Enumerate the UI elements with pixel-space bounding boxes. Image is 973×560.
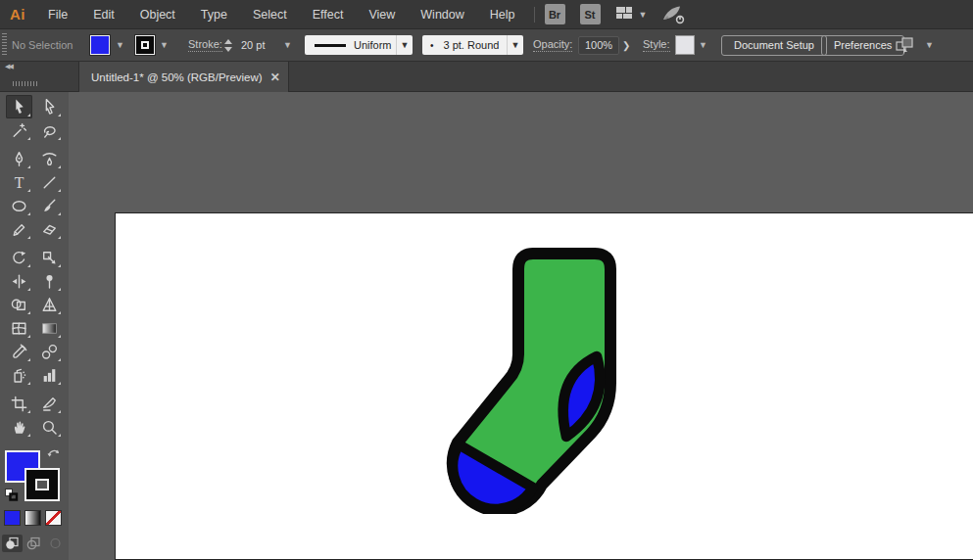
draw-inside-button[interactable]: [45, 535, 66, 552]
width-tool[interactable]: [6, 269, 32, 293]
default-fill-stroke-icon[interactable]: [4, 488, 19, 505]
scale-tool[interactable]: [36, 246, 63, 269]
style-chevron-icon[interactable]: ▼: [699, 29, 707, 61]
artboard[interactable]: [115, 212, 973, 560]
app-logo-icon: Ai: [0, 6, 35, 23]
control-bar: No Selection ▼ ▼ Stroke: 20 pt ▼ Uniform…: [0, 29, 973, 62]
sock-artwork[interactable]: [442, 240, 628, 514]
stroke-indicator[interactable]: [24, 468, 60, 501]
none-button[interactable]: [45, 510, 62, 526]
uniform-profile-icon: [315, 44, 346, 47]
menu-item-file[interactable]: File: [35, 0, 80, 29]
menu-item-select[interactable]: Select: [240, 0, 300, 29]
shape-builder-tool[interactable]: [6, 293, 32, 316]
stock-button[interactable]: St: [580, 4, 601, 24]
blend-tool[interactable]: [36, 340, 63, 363]
workspace-switcher[interactable]: ▼: [615, 5, 648, 23]
menu-separator: [534, 7, 535, 23]
opacity-label[interactable]: Opacity:: [533, 38, 572, 52]
preferences-button[interactable]: Preferences: [821, 35, 904, 56]
rotate-tool[interactable]: [6, 246, 32, 269]
document-tab[interactable]: Untitled-1* @ 50% (RGB/Preview) ✕: [78, 62, 289, 92]
selection-status: No Selection: [12, 29, 73, 61]
pasteboard[interactable]: [69, 92, 973, 560]
hand-tool[interactable]: [6, 415, 32, 439]
stroke-profile-chevron-icon[interactable]: ▼: [396, 35, 413, 55]
brush-dot-icon: •: [430, 40, 434, 51]
draw-behind-button[interactable]: [24, 535, 44, 552]
pen-tool[interactable]: [6, 147, 32, 170]
stroke-swatch-hole: [141, 41, 149, 49]
menu-item-object[interactable]: Object: [127, 0, 188, 29]
menu-item-type[interactable]: Type: [188, 0, 240, 29]
draw-normal-button[interactable]: [2, 535, 23, 552]
style-label[interactable]: Style:: [643, 38, 670, 52]
opacity-input[interactable]: 100%: [578, 36, 619, 55]
column-graph-tool[interactable]: [36, 363, 63, 387]
color-button[interactable]: [4, 510, 21, 526]
perspective-grid-tool[interactable]: [36, 293, 63, 316]
collapse-panels-icon[interactable]: ◀◀: [5, 63, 12, 70]
menu-item-view[interactable]: View: [356, 0, 408, 29]
brush-definition-chevron-icon[interactable]: ▼: [507, 35, 523, 55]
puppet-warp-tool[interactable]: [36, 269, 63, 293]
lasso-tool[interactable]: [36, 118, 63, 142]
document-tab-title: Untitled-1* @ 50% (RGB/Preview): [91, 71, 263, 83]
paintbrush-tool[interactable]: [36, 194, 63, 217]
eraser-tool[interactable]: [36, 217, 63, 241]
menu-item-window[interactable]: Window: [408, 0, 476, 29]
shaper-tool[interactable]: [6, 217, 32, 241]
stroke-weight-label[interactable]: Stroke:: [188, 38, 222, 52]
menu-item-effect[interactable]: Effect: [300, 0, 357, 29]
stroke-weight-value[interactable]: 20 pt: [241, 29, 265, 61]
tools-panel: T: [0, 92, 69, 560]
artboard-tool[interactable]: [6, 392, 32, 415]
stroke-weight-chevron-icon[interactable]: ▼: [283, 29, 292, 61]
tab-close-icon[interactable]: ✕: [263, 70, 280, 84]
swap-fill-stroke-icon[interactable]: [46, 445, 61, 463]
selection-tool[interactable]: [6, 95, 32, 118]
slice-tool[interactable]: [36, 392, 63, 415]
stroke-profile-value: Uniform: [354, 39, 392, 51]
workspace: T: [0, 92, 973, 560]
ellipse-tool[interactable]: [6, 194, 32, 217]
gradient-button[interactable]: [24, 510, 41, 526]
stroke-color-swatch[interactable]: [135, 35, 155, 55]
style-swatch[interactable]: [675, 35, 695, 55]
toolbar-grip[interactable]: [13, 81, 38, 86]
svg-text:T: T: [15, 173, 24, 190]
gpu-performance-icon[interactable]: [660, 4, 686, 25]
fill-color-swatch[interactable]: [90, 35, 110, 55]
brush-definition-dropdown[interactable]: • 3 pt. Round: [422, 35, 507, 55]
fill-chevron-icon[interactable]: ▼: [116, 29, 124, 61]
eyedropper-tool[interactable]: [6, 340, 32, 363]
magic-wand-tool[interactable]: [6, 118, 32, 142]
tools-grid: T: [6, 95, 63, 439]
line-segment-tool[interactable]: [36, 170, 63, 194]
brush-definition-value: 3 pt. Round: [444, 39, 500, 51]
curvature-tool[interactable]: [36, 147, 63, 170]
workspace-grid-icon: [615, 5, 633, 23]
direct-selection-tool[interactable]: [36, 95, 63, 118]
stroke-chevron-icon[interactable]: ▼: [160, 29, 169, 61]
opacity-more-arrow[interactable]: ❯: [622, 29, 630, 61]
stroke-weight-stepper[interactable]: [224, 29, 232, 61]
stroke-indicator-hole: [35, 479, 49, 490]
document-setup-button[interactable]: Document Setup: [721, 35, 827, 56]
arrange-documents-icon[interactable]: [894, 29, 919, 61]
panel-grip[interactable]: [2, 33, 7, 57]
type-tool[interactable]: T: [6, 170, 32, 194]
bridge-button[interactable]: Br: [545, 4, 565, 24]
gradient-tool[interactable]: [36, 316, 63, 340]
stroke-profile-dropdown[interactable]: Uniform: [305, 35, 396, 55]
tab-strip: ◀◀ Untitled-1* @ 50% (RGB/Preview) ✕: [0, 62, 973, 92]
symbol-sprayer-tool[interactable]: [6, 363, 32, 387]
main-menu: FileEditObjectTypeSelectEffectViewWindow…: [35, 0, 528, 28]
zoom-tool[interactable]: [36, 415, 63, 439]
arrange-chevron-icon[interactable]: ▼: [925, 29, 934, 61]
mesh-tool[interactable]: [6, 316, 32, 340]
menu-item-help[interactable]: Help: [477, 0, 528, 29]
chevron-down-icon: ▼: [639, 10, 648, 20]
menu-bar: Ai FileEditObjectTypeSelectEffectViewWin…: [0, 0, 973, 29]
menu-item-edit[interactable]: Edit: [80, 0, 127, 29]
